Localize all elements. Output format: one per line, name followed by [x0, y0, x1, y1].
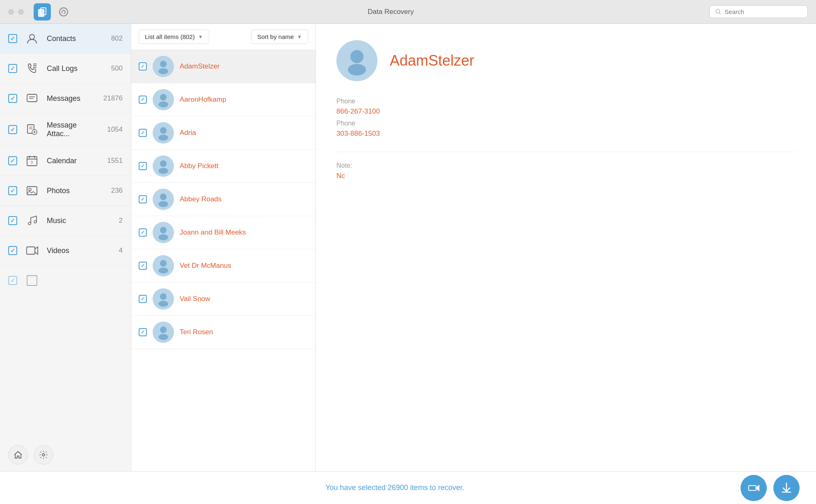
sidebar-item-call-logs[interactable]: Call Logs 500: [0, 54, 131, 84]
sidebar-item-message-attachments[interactable]: Message Attac... 1054: [0, 114, 131, 146]
recover-button[interactable]: [773, 475, 800, 501]
avatar-icon: [342, 46, 372, 75]
videos-icon: [25, 243, 39, 258]
contact-name: Teri Rosen: [180, 328, 213, 336]
scan-button[interactable]: [741, 475, 767, 501]
person-icon: [155, 324, 171, 340]
detail-header: AdamStelzer: [336, 40, 795, 81]
status-count: 26900: [388, 483, 408, 492]
list-all-dropdown[interactable]: List all items (802) ▼: [139, 30, 209, 44]
contact-avatar: [153, 155, 174, 177]
photos-checkbox[interactable]: [8, 186, 17, 195]
calendar-label: Calendar: [47, 157, 100, 165]
svg-point-30: [158, 68, 168, 74]
videos-checkbox[interactable]: [8, 246, 17, 255]
contact-checkbox[interactable]: [139, 228, 147, 237]
note-value: Nc: [336, 172, 795, 180]
contact-item[interactable]: Joann and Bill Meeks: [131, 216, 315, 249]
contact-name: AdamStelzer: [180, 62, 219, 71]
home-button[interactable]: [8, 445, 28, 465]
svg-point-6: [30, 34, 34, 39]
contact-name: Vet Dr McManus: [180, 262, 231, 270]
traffic-light-1[interactable]: [8, 9, 14, 15]
contact-checkbox[interactable]: [139, 162, 147, 170]
svg-point-25: [34, 221, 37, 223]
messages-count: 21876: [103, 94, 123, 103]
messages-label: Messages: [47, 94, 96, 103]
contact-avatar: [153, 322, 174, 343]
contact-name: Vail Snow: [180, 295, 210, 303]
contact-checkbox[interactable]: [139, 62, 147, 71]
contact-item[interactable]: Abbey Roads: [131, 183, 315, 216]
svg-point-4: [716, 9, 720, 13]
person-icon: [155, 125, 171, 141]
detail-note-section: Note: Nc: [336, 162, 795, 190]
svg-point-42: [158, 267, 168, 274]
status-prefix: You have selected: [325, 483, 387, 492]
extra-icon: [25, 273, 39, 288]
call-logs-count: 500: [111, 64, 123, 73]
calendar-checkbox[interactable]: [8, 156, 17, 165]
call-logs-checkbox[interactable]: [8, 64, 17, 73]
photos-icon: [25, 183, 39, 198]
titlebar-icons: [34, 3, 72, 21]
svg-point-46: [158, 334, 168, 340]
sort-label: Sort by name: [257, 33, 294, 40]
sidebar-item-extra[interactable]: [0, 266, 131, 296]
message-attachments-checkbox[interactable]: [8, 125, 17, 134]
contact-checkbox[interactable]: [139, 295, 147, 303]
search-input[interactable]: [725, 8, 802, 15]
recover-icon-btn[interactable]: [55, 3, 72, 21]
svg-text:3: 3: [31, 160, 33, 164]
copy-icon-btn[interactable]: [34, 3, 51, 21]
search-box[interactable]: [709, 5, 808, 18]
extra-checkbox[interactable]: [8, 276, 17, 285]
svg-point-45: [160, 326, 167, 333]
music-checkbox[interactable]: [8, 216, 17, 225]
music-label: Music: [47, 217, 112, 225]
contact-checkbox[interactable]: [139, 129, 147, 137]
message-attachments-icon: [25, 122, 39, 137]
sidebar-item-contacts[interactable]: Contacts 802: [0, 24, 131, 54]
contact-checkbox[interactable]: [139, 195, 147, 203]
detail-avatar: [336, 40, 377, 81]
contact-avatar: [153, 189, 174, 210]
person-icon: [155, 158, 171, 174]
sidebar-item-calendar[interactable]: 3 Calendar 1551: [0, 146, 131, 176]
contact-item[interactable]: AaronHofkamp: [131, 83, 315, 116]
call-logs-icon: [25, 61, 39, 76]
contact-name: Abbey Roads: [180, 195, 222, 203]
center-panel: List all items (802) ▼ Sort by name ▼ Ad…: [131, 24, 316, 471]
contact-item[interactable]: Teri Rosen: [131, 316, 315, 349]
contact-item[interactable]: Abby Pickett: [131, 150, 315, 183]
settings-button[interactable]: [34, 445, 53, 465]
person-icon: [155, 59, 171, 74]
contact-item[interactable]: AdamStelzer: [131, 50, 315, 83]
svg-point-48: [348, 64, 366, 75]
contact-item[interactable]: Vail Snow: [131, 283, 315, 316]
sidebar-item-photos[interactable]: Photos 236: [0, 176, 131, 206]
contact-checkbox[interactable]: [139, 328, 147, 336]
contact-item[interactable]: Adria: [131, 116, 315, 150]
contact-checkbox[interactable]: [139, 262, 147, 270]
person-icon: [155, 225, 171, 240]
detail-panel: AdamStelzer Phone 866-267-3100 Phone 303…: [316, 24, 816, 471]
sidebar-item-music[interactable]: Music 2: [0, 206, 131, 236]
person-icon: [155, 291, 171, 307]
traffic-light-2[interactable]: [18, 9, 24, 15]
sidebar-item-videos[interactable]: Videos 4: [0, 236, 131, 266]
sort-dropdown[interactable]: Sort by name ▼: [251, 30, 308, 44]
contact-checkbox[interactable]: [139, 96, 147, 104]
calendar-count: 1551: [107, 157, 123, 165]
contact-avatar: [153, 255, 174, 276]
contact-item[interactable]: Vet Dr McManus: [131, 249, 315, 283]
phone1-label: Phone: [336, 98, 795, 105]
sidebar-item-messages[interactable]: Messages 21876: [0, 84, 131, 114]
messages-checkbox[interactable]: [8, 94, 17, 103]
music-icon: [25, 213, 39, 228]
svg-point-41: [160, 260, 167, 267]
svg-point-39: [160, 227, 167, 233]
contacts-checkbox[interactable]: [8, 34, 17, 43]
search-icon: [715, 9, 721, 15]
status-suffix: items to recover.: [408, 483, 464, 492]
